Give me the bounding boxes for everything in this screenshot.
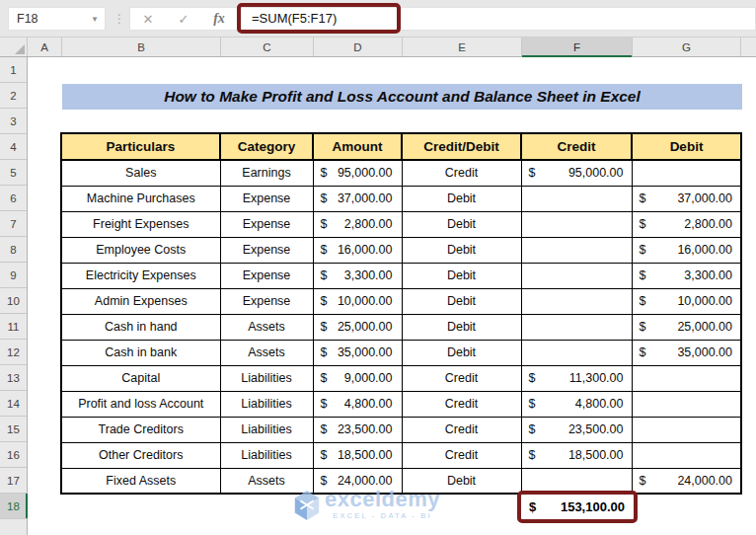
cell-debit[interactable] xyxy=(632,365,741,391)
cancel-icon[interactable]: ✕ xyxy=(130,12,166,27)
cell-debit[interactable] xyxy=(632,417,741,442)
column-header-c[interactable]: C xyxy=(221,38,314,56)
cell-particulars[interactable]: Other Creditors xyxy=(61,442,220,468)
cell-debit[interactable]: $16,000.00 xyxy=(632,237,741,263)
header-category[interactable]: Category xyxy=(220,133,313,160)
cell-category[interactable]: Liabilities xyxy=(220,417,313,442)
column-header-b[interactable]: B xyxy=(62,38,221,56)
cell-particulars[interactable]: Fixed Assets xyxy=(61,468,220,494)
cell-credit[interactable]: $18,500.00 xyxy=(521,442,632,468)
cell-credit[interactable] xyxy=(521,211,632,237)
row-header-4[interactable]: 4 xyxy=(0,134,27,160)
cell-particulars[interactable]: Capital xyxy=(61,365,220,391)
name-box-value[interactable]: F18 xyxy=(9,12,85,26)
cell-credit-debit[interactable]: Credit xyxy=(402,160,521,186)
cell-particulars[interactable]: Cash in hand xyxy=(61,314,220,340)
column-header-f-selected[interactable]: F xyxy=(522,38,633,56)
row-header-9[interactable]: 9 xyxy=(0,263,27,288)
cell-particulars[interactable]: Employee Costs xyxy=(61,237,220,263)
cell-debit[interactable]: $24,000.00 xyxy=(632,468,741,494)
row-header-14[interactable]: 14 xyxy=(0,391,27,417)
cell-credit-debit[interactable]: Debit xyxy=(402,314,521,340)
cell-credit-debit[interactable]: Credit xyxy=(402,442,521,468)
cell-credit[interactable]: $11,300.00 xyxy=(521,365,632,391)
row-header-12[interactable]: 12 xyxy=(0,340,27,365)
cell-amount[interactable]: $25,000.00 xyxy=(313,314,402,340)
cell-particulars[interactable]: Freight Expenses xyxy=(61,211,220,237)
cell-credit[interactable] xyxy=(521,288,632,314)
row-header-11[interactable]: 11 xyxy=(0,314,27,340)
cell-amount[interactable]: $2,800.00 xyxy=(313,211,402,237)
header-credit-debit[interactable]: Credit/Debit xyxy=(402,133,521,160)
cell-debit[interactable]: $10,000.00 xyxy=(632,288,741,314)
cell-credit-debit[interactable]: Debit xyxy=(402,186,521,211)
cell-category[interactable]: Expense xyxy=(220,211,313,237)
cell-credit-debit[interactable]: Credit xyxy=(402,417,521,442)
cell-debit[interactable]: $25,000.00 xyxy=(632,314,741,340)
cell-particulars[interactable]: Cash in bank xyxy=(61,340,220,365)
row-header-3[interactable]: 3 xyxy=(0,109,27,134)
row-header-15[interactable]: 15 xyxy=(0,417,27,442)
cell-credit[interactable] xyxy=(521,263,632,288)
cell-credit[interactable] xyxy=(521,314,632,340)
cell-amount[interactable]: $95,000.00 xyxy=(313,160,402,186)
insert-function-icon[interactable]: fx xyxy=(201,11,237,27)
cell-category[interactable]: Assets xyxy=(220,314,313,340)
formula-input[interactable]: =SUM(F5:F17) xyxy=(241,11,337,26)
cell-particulars[interactable]: Trade Creditors xyxy=(61,417,220,442)
cell-debit[interactable]: $3,300.00 xyxy=(632,263,741,288)
row-header-13[interactable]: 13 xyxy=(0,365,27,391)
row-header-7[interactable]: 7 xyxy=(0,211,27,237)
cell-amount[interactable]: $18,500.00 xyxy=(313,442,402,468)
cell-credit-debit[interactable]: Debit xyxy=(402,340,521,365)
cell-credit[interactable] xyxy=(521,340,632,365)
cell-category[interactable]: Expense xyxy=(220,186,313,211)
column-header-d[interactable]: D xyxy=(314,38,403,56)
sheet-title-cell[interactable]: How to Make Profit and Loss Account and … xyxy=(62,84,742,110)
row-header-16[interactable]: 16 xyxy=(0,442,27,468)
cell-category[interactable]: Assets xyxy=(220,468,313,494)
row-header-2[interactable]: 2 xyxy=(0,83,27,109)
cell-debit[interactable] xyxy=(632,391,741,417)
cell-credit-debit[interactable]: Debit xyxy=(402,468,521,494)
cell-debit[interactable] xyxy=(632,442,741,468)
cell-credit-debit[interactable]: Debit xyxy=(402,211,521,237)
cell-category[interactable]: Assets xyxy=(220,340,313,365)
name-box-dropdown-icon[interactable]: ▾ xyxy=(85,14,105,24)
cell-amount[interactable]: $4,800.00 xyxy=(313,391,402,417)
cell-category[interactable]: Expense xyxy=(220,263,313,288)
cell-amount[interactable]: $3,300.00 xyxy=(313,263,402,288)
cell-debit[interactable] xyxy=(632,160,741,186)
cell-credit[interactable]: $4,800.00 xyxy=(521,391,632,417)
select-all-corner[interactable] xyxy=(0,38,28,56)
cell-credit-debit[interactable]: Debit xyxy=(402,263,521,288)
cell-category[interactable]: Expense xyxy=(220,288,313,314)
column-header-e[interactable]: E xyxy=(403,38,522,56)
total-cell-f18[interactable]: $ 153,100.00 xyxy=(517,491,638,523)
cell-amount[interactable]: $9,000.00 xyxy=(313,365,402,391)
formula-bar[interactable]: ✕ ✓ fx xyxy=(129,7,756,31)
cell-credit[interactable]: $23,500.00 xyxy=(521,417,632,442)
cell-debit[interactable]: $37,000.00 xyxy=(632,186,741,211)
row-header-5[interactable]: 5 xyxy=(0,160,27,186)
header-particulars[interactable]: Particulars xyxy=(61,133,220,160)
cell-credit-debit[interactable]: Credit xyxy=(402,391,521,417)
cell-credit-debit[interactable]: Debit xyxy=(402,288,521,314)
cell-particulars[interactable]: Machine Purchases xyxy=(61,186,220,211)
cell-category[interactable]: Expense xyxy=(220,237,313,263)
header-debit[interactable]: Debit xyxy=(632,133,741,160)
row-header-18-selected[interactable]: 18 xyxy=(0,494,27,519)
confirm-icon[interactable]: ✓ xyxy=(166,12,201,27)
cell-debit[interactable]: $2,800.00 xyxy=(632,211,741,237)
cell-credit-debit[interactable]: Debit xyxy=(402,237,521,263)
column-header-g[interactable]: G xyxy=(633,38,741,56)
cell-category[interactable]: Liabilities xyxy=(220,442,313,468)
cell-amount[interactable]: $10,000.00 xyxy=(313,288,402,314)
row-header-1[interactable]: 1 xyxy=(0,57,27,83)
row-header-8[interactable]: 8 xyxy=(0,237,27,263)
row-header-6[interactable]: 6 xyxy=(0,186,27,211)
cell-particulars[interactable]: Profit and loss Account xyxy=(61,391,220,417)
cell-particulars[interactable]: Electricity Expenses xyxy=(61,263,220,288)
cell-particulars[interactable]: Admin Expenses xyxy=(61,288,220,314)
cell-category[interactable]: Liabilities xyxy=(220,391,313,417)
